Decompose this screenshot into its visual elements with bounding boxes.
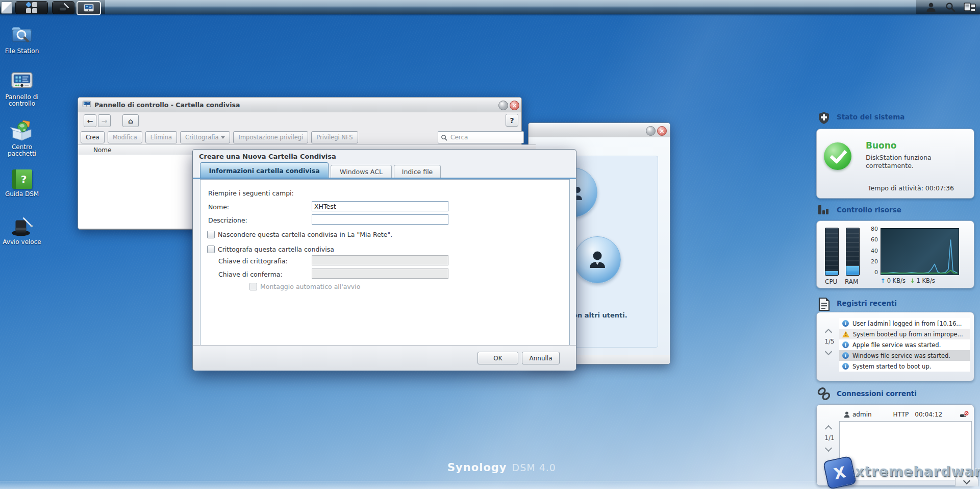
create-button[interactable]: Crea [81,131,105,143]
connection-protocol: HTTP [893,411,909,418]
log-row: i Windows file service was started. [839,350,970,361]
control-panel-icon [10,70,34,92]
encrypt-folder-checkbox[interactable] [207,246,215,253]
desktop-icon-label: Avvio veloce [3,239,41,246]
log-row: i User [admin] logged in from [10.16... [839,318,970,329]
logs-page-down-button[interactable] [825,348,832,355]
cancel-button[interactable]: Annulla [522,352,560,364]
tab-shared-folder-info[interactable]: Informazioni cartella condivisa [200,162,329,178]
status-description: DiskStation funziona correttamente. [866,154,932,170]
search-icon [945,2,956,12]
ram-meter [846,228,860,276]
tab-file-index[interactable]: Indice file [394,165,441,178]
connection-time: 00:04:12 [915,411,942,418]
connection-row: admin HTTP 00:04:12 [839,409,971,420]
dialog-footer: OK Annulla [193,345,576,371]
show-desktop-button[interactable] [1,2,12,14]
shield-icon [817,111,831,125]
name-input[interactable] [312,201,448,211]
privileges-setup-button[interactable]: Impostazione privilegi [233,131,308,143]
close-icon[interactable]: × [657,126,667,136]
nfs-privileges-button[interactable]: Privilegi NFS [311,131,358,143]
search-input[interactable] [449,133,513,141]
package-center-icon [10,119,34,142]
chevron-down-icon [221,136,225,139]
system-status-header: Stato del sistema [837,113,904,121]
help-button[interactable]: ? [506,114,518,127]
search-button[interactable] [944,2,957,13]
desktop-icon-label: Guida DSM [5,191,39,198]
info-icon: i [842,320,849,327]
cpu-meter [825,228,839,276]
chain-link-icon [816,386,832,402]
ok-button[interactable]: OK [478,352,518,364]
recent-logs-header: Registri recenti [837,299,897,307]
home-icon: ⌂ [128,117,133,125]
resource-monitor-panel: CPU RAM 806040200 ↑ 0 KB/s ↓ 1 KB/s [816,221,974,288]
description-input[interactable] [312,214,448,225]
tab-windows-acl[interactable]: Windows ACL [331,165,392,178]
question-mark: ? [21,173,27,185]
magic-hat-icon [10,215,34,237]
create-shared-folder-dialog: Creare una Nuova Cartella Condivisa Info… [192,149,576,371]
bar-chart-icon [817,204,831,216]
net-legend: ↑ 0 KB/s ↓ 1 KB/s [881,277,935,284]
automount-checkbox[interactable] [249,283,257,290]
close-glyph: × [659,128,664,134]
search-box [438,131,524,143]
desktop-icon-control-panel[interactable]: Pannello di controllo [0,70,44,107]
back-button[interactable]: ← [84,114,96,127]
encryption-key-input[interactable] [312,255,448,265]
dialog-title: Creare una Nuova Cartella Condivisa [199,153,336,160]
taskbar [0,0,980,14]
download-rate: 1 KB/s [917,277,935,284]
watermark-logo: X [823,456,857,489]
wizard-caption: on altri utenti. [573,311,627,319]
control-panel-icon [82,100,91,109]
home-button[interactable]: ⌂ [122,114,139,127]
quick-start-button[interactable] [52,1,74,14]
connections-page-up-button[interactable] [825,425,832,432]
description-label: Descrizione: [208,216,247,224]
logs-page-up-button[interactable] [825,329,832,336]
main-menu-button[interactable] [15,1,48,14]
ram-label: RAM [845,278,858,285]
minimize-button[interactable] [498,101,508,110]
recent-logs-panel: 1/5 i User [admin] logged in from [10.16… [816,312,974,381]
user-menu-button[interactable] [924,2,938,13]
minimize-button[interactable] [646,126,656,136]
desktop-icon-label: Centro pacchetti [0,144,44,157]
forward-button[interactable]: → [98,114,111,127]
pilot-view-icon [964,2,976,12]
version-text: DSM 4.0 [512,462,556,473]
dialog-tabs: Informazioni cartella condivisa Windows … [200,163,569,178]
info-icon: i [842,341,849,348]
name-label: Nome: [208,203,229,211]
watermark-letter: X [832,462,847,482]
watermark-text: xtremehardware.it [855,463,980,479]
download-arrow-icon: ↓ [910,277,915,284]
close-icon[interactable]: × [510,101,519,110]
desktop-icon-dsm-help[interactable]: ? Guida DSM [0,169,44,198]
connections-page-down-button[interactable] [825,445,832,452]
main-menu-icon [26,2,37,13]
file-station-icon [10,22,34,46]
desktop-icon-quick-start[interactable]: Avvio veloce [0,215,44,246]
warning-icon: ! [842,331,849,337]
disconnect-icon[interactable] [960,411,969,419]
confirm-key-input[interactable] [312,268,448,279]
logs-pager: 1/5 [822,338,837,345]
delete-button[interactable]: Elimina [145,131,177,143]
edit-button[interactable]: Modifica [108,131,142,143]
nav-buttons: ← → ⌂ [84,114,139,127]
desktop-icon-package-center[interactable]: Centro pacchetti [0,119,44,157]
hide-folder-checkbox[interactable] [207,231,215,238]
pilot-view-button[interactable] [962,2,977,13]
control-panel-taskbar-button[interactable] [77,1,101,15]
desktop-icon-file-station[interactable]: File Station [0,22,44,55]
connections-pager: 1/1 [822,434,837,442]
connections-header: Connessioni correnti [837,389,917,398]
system-status-panel: Buono DiskStation funziona correttamente… [816,129,974,199]
encryption-dropdown-button[interactable]: Crittografia [180,131,230,143]
connection-user: admin [852,411,872,418]
